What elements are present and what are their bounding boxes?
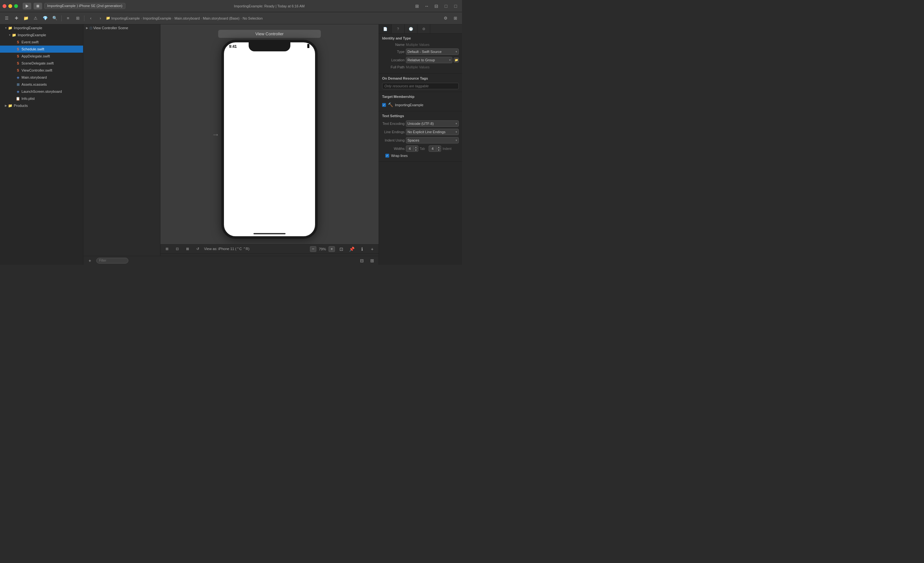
iphone-frame[interactable]: 9:41 ▊ bbox=[221, 40, 318, 239]
sidebar-item-launchscreen[interactable]: ◈ LaunchScreen.storyboard bbox=[0, 88, 83, 95]
canvas-content[interactable]: → View Controller 9:41 ▊ bbox=[160, 24, 379, 244]
back-button[interactable]: ‹ bbox=[87, 15, 95, 22]
grid-view[interactable]: ⊞ bbox=[74, 15, 82, 22]
type-select-arrow: ▾ bbox=[456, 50, 457, 53]
scheme-selector[interactable]: ImportingExample ⟩ iPhone SE (2nd genera… bbox=[44, 3, 126, 9]
tab-stepper[interactable]: 4 ▲ ▼ bbox=[406, 146, 418, 152]
indent-stepper[interactable]: 4 ▲ ▼ bbox=[429, 146, 441, 152]
fullpath-label: Full Path bbox=[382, 65, 405, 69]
on-demand-input[interactable] bbox=[382, 83, 459, 89]
text-settings-section: Text Settings Text Encoding Unicode (UTF… bbox=[379, 111, 462, 162]
sidebar-item-scenedelegate-label: SceneDelegate.swift bbox=[21, 61, 54, 65]
wrap-checkbox[interactable]: ✓ bbox=[386, 154, 389, 158]
target-name: ImportingExample bbox=[395, 103, 423, 107]
breadcrumb: 📁 ImportingExample › ImportingExample › … bbox=[106, 16, 263, 20]
scene-arrow: ▶ bbox=[86, 26, 90, 30]
tab-history[interactable]: 🕐 bbox=[405, 24, 417, 33]
center-area: ▶ □ View Controller Scene → View Control… bbox=[83, 24, 379, 265]
wrap-lines-row: ✓ Wrap lines bbox=[382, 154, 459, 158]
canvas-refresh[interactable]: ↺ bbox=[194, 246, 201, 252]
sidebar-item-main-storyboard[interactable]: ◈ Main.storyboard bbox=[0, 74, 83, 81]
indent-select[interactable]: Spaces ▾ bbox=[406, 137, 459, 144]
stop-button[interactable] bbox=[33, 3, 42, 10]
zoom-minus-btn[interactable]: − bbox=[310, 246, 316, 252]
tab-settings[interactable]: ⚙ bbox=[417, 24, 430, 33]
add-file-button[interactable]: + bbox=[86, 257, 94, 264]
indent-decrement[interactable]: ▼ bbox=[436, 149, 441, 152]
sidebar-item-assets[interactable]: ⊞ Assets.xcassets bbox=[0, 81, 83, 88]
tab-increment[interactable]: ▲ bbox=[414, 146, 418, 149]
type-select[interactable]: Default - Swift Source ▾ bbox=[406, 48, 459, 55]
canvas-scrollbar[interactable] bbox=[160, 253, 379, 256]
layout-button[interactable]: ⊟ bbox=[432, 3, 440, 10]
canvas-add-btn[interactable]: + bbox=[368, 246, 376, 252]
list-view[interactable]: ≡ bbox=[64, 15, 72, 22]
folder-toggle[interactable]: 📁 bbox=[22, 15, 30, 22]
status-text: ImportingExample: Ready | Today at 6:16 … bbox=[128, 4, 411, 8]
filter-input[interactable] bbox=[96, 258, 128, 264]
inspector-button[interactable]: □ bbox=[452, 3, 459, 10]
breadcrumb-item-2-label[interactable]: ImportingExample bbox=[143, 17, 171, 20]
location-folder-btn[interactable]: 📁 bbox=[454, 57, 459, 63]
tab-file-inspector[interactable]: 📄 bbox=[379, 24, 392, 33]
maximize-button[interactable] bbox=[14, 4, 18, 8]
breadcrumb-item-1-label[interactable]: ImportingExample bbox=[111, 17, 140, 20]
utilities-toggle[interactable]: ⊞ bbox=[451, 15, 459, 22]
target-checkbox[interactable]: ✓ bbox=[382, 103, 386, 107]
sort-button[interactable]: ⊟ bbox=[358, 257, 366, 264]
breadcrumb-item-3-label[interactable]: Main.storyboard bbox=[174, 17, 200, 20]
location-select-value: Relative to Group bbox=[408, 58, 435, 62]
run-button[interactable] bbox=[22, 3, 32, 10]
titlebar-right: ⊞ ↔ ⊟ □ □ bbox=[413, 3, 459, 10]
canvas-constraint[interactable]: ⊠ bbox=[183, 246, 191, 252]
settings-icon: ⚙ bbox=[422, 27, 425, 31]
identity-section: Identity and Type Name Multiple Values T… bbox=[379, 34, 462, 74]
sidebar-item-viewcontroller[interactable]: S ViewController.swift bbox=[0, 67, 83, 74]
search-button[interactable]: 🔍 bbox=[51, 15, 59, 22]
breadcrumb-item-5-label[interactable]: No Selection bbox=[243, 17, 262, 20]
storyboard-icon: ◈ bbox=[15, 75, 21, 80]
add-editor-button[interactable]: ⊞ bbox=[413, 3, 421, 10]
zoom-plus-btn[interactable]: + bbox=[328, 246, 335, 252]
sidebar-item-products[interactable]: ▶ 📁 Products bbox=[0, 102, 83, 109]
canvas-safe-area[interactable]: ⊡ bbox=[173, 246, 181, 252]
navigator-button[interactable]: □ bbox=[442, 3, 450, 10]
sidebar-item-scenedelegate[interactable]: S SceneDelegate.swift bbox=[0, 60, 83, 67]
editor-options-button[interactable]: ↔ bbox=[423, 3, 430, 10]
breadcrumb-item-1[interactable]: 📁 bbox=[106, 16, 110, 20]
canvas-fit-btn[interactable]: ⊡ bbox=[338, 246, 345, 252]
close-button[interactable] bbox=[3, 4, 6, 8]
sidebar-item-importing-example-root[interactable]: ▾ 📁 ImportingExample bbox=[0, 24, 83, 32]
breadcrumb-item-4-label[interactable]: Main.storyboard (Base) bbox=[203, 17, 239, 20]
canvas-zoom-menu[interactable]: ⊞ bbox=[163, 246, 171, 252]
warning-button[interactable]: ⚠ bbox=[32, 15, 40, 22]
inspector-toggle[interactable]: ⚙ bbox=[441, 15, 450, 22]
sidebar-item-schedule-swift[interactable]: S Schedule.swift bbox=[0, 46, 83, 53]
add-files-button[interactable]: ✚ bbox=[12, 15, 21, 22]
tab-value: 4 bbox=[406, 146, 414, 151]
sidebar-toggle[interactable]: ☰ bbox=[3, 15, 11, 22]
main-layout: ▾ 📁 ImportingExample ▾ 📁 ImportingExampl… bbox=[0, 24, 462, 265]
tab-decrement[interactable]: ▼ bbox=[414, 149, 418, 152]
scene-icon: □ bbox=[90, 26, 92, 30]
filter-options-button[interactable]: ⊞ bbox=[368, 257, 376, 264]
location-select[interactable]: Relative to Group ▾ bbox=[406, 57, 452, 63]
minimize-button[interactable] bbox=[8, 4, 12, 8]
sidebar-item-infoplist[interactable]: 📋 Info.plist bbox=[0, 95, 83, 102]
file-inspector-icon: 📄 bbox=[383, 27, 388, 31]
sidebar-item-event-swift[interactable]: S Event.swift bbox=[0, 39, 83, 46]
forward-button[interactable]: › bbox=[96, 15, 105, 22]
sidebar-item-appdelegate[interactable]: S AppDelegate.swift bbox=[0, 53, 83, 60]
encoding-select[interactable]: Unicode (UTF-8) ▾ bbox=[406, 120, 459, 127]
on-demand-section: On Demand Resource Tags bbox=[379, 74, 462, 92]
tab-quick-help[interactable]: ? bbox=[392, 24, 405, 33]
traffic-lights bbox=[3, 4, 18, 8]
canvas-pin-btn[interactable]: 📌 bbox=[348, 246, 356, 252]
canvas-info-btn[interactable]: ℹ bbox=[358, 246, 366, 252]
status-time: 9:41 bbox=[229, 44, 237, 49]
sidebar-item-importing-example-sub[interactable]: ▾ 📁 ImportingExample bbox=[0, 32, 83, 39]
breakpoints-button[interactable]: 💎 bbox=[41, 15, 50, 22]
view-controller-scene-item[interactable]: ▶ □ View Controller Scene bbox=[83, 24, 160, 32]
line-endings-select[interactable]: No Explicit Line Endings ▾ bbox=[406, 129, 459, 135]
indent-increment[interactable]: ▲ bbox=[436, 146, 441, 149]
